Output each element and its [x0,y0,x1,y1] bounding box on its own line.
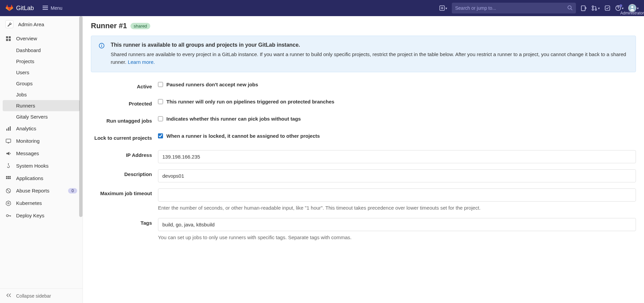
svg-point-7 [592,9,594,10]
shared-tag: shared [130,23,151,29]
label-untagged: Run untagged jobs [91,116,158,124]
help-tags: You can set up jobs to only use runners … [158,234,636,242]
label-tags: Tags [91,218,158,226]
info-icon [99,43,105,66]
checkbox-active[interactable] [158,82,163,87]
overview-icon [5,36,11,41]
sidebar-item-users[interactable]: Users [0,67,83,78]
sidebar-item-label: Overview [16,36,37,41]
sidebar-deploy-keys[interactable]: Deploy Keys [0,209,83,222]
svg-rect-25 [6,178,7,179]
analytics-icon [5,126,11,131]
svg-rect-16 [9,39,11,41]
form-row-locked: Lock to current projects When a runner i… [91,133,636,141]
sidebar-item-label: Kubernetes [16,200,42,206]
sidebar-item-jobs[interactable]: Jobs [0,89,83,100]
new-button[interactable]: ▾ [439,5,447,11]
info-body: This runner is available to all groups a… [111,42,628,66]
checkbox-untagged[interactable] [158,116,163,121]
input-tags[interactable] [158,218,636,231]
sidebar-overview[interactable]: Overview [0,32,83,45]
chevron-down-icon: ▾ [622,6,624,10]
sidebar-item-gitaly[interactable]: Gitaly Servers [0,111,83,122]
abuse-icon [5,188,11,193]
sidebar-item-label: Deploy Keys [16,213,44,218]
svg-rect-5 [581,6,585,11]
page-title: Runner #1 [91,21,127,30]
sidebar-item-groups[interactable]: Groups [0,78,83,89]
issues-icon[interactable] [581,5,587,11]
help-timeout: Enter the number of seconds, or other hu… [158,204,636,212]
megaphone-icon [5,151,11,156]
menu-button[interactable]: Menu [40,3,65,13]
sidebar-kubernetes[interactable]: Kubernetes [0,197,83,209]
svg-rect-19 [10,126,11,131]
svg-rect-2 [43,9,48,10]
sidebar-item-dashboard[interactable]: Dashboard [0,45,83,56]
form-row-ip: IP Address [91,150,636,163]
sidebar: Admin Area Overview Dashboard Projects U… [0,16,83,303]
sidebar-abuse-reports[interactable]: Abuse Reports 0 [0,184,83,197]
form-row-description: Description [91,169,636,182]
input-timeout[interactable] [158,188,636,202]
input-description[interactable] [158,169,636,182]
form-row-protected: Protected This runner will only run on p… [91,99,636,106]
svg-rect-23 [8,176,9,177]
sidebar-messages[interactable]: Messages [0,147,83,160]
svg-point-21 [8,163,9,164]
svg-rect-26 [8,178,9,179]
sidebar-item-label: Applications [16,175,43,181]
svg-point-6 [592,6,594,7]
search-box[interactable] [452,3,576,13]
todos-icon[interactable] [604,5,610,11]
collapse-icon [6,293,11,299]
svg-rect-15 [6,39,8,41]
info-banner: This runner is available to all groups a… [91,36,636,72]
sidebar-item-projects[interactable]: Projects [0,56,83,67]
svg-rect-0 [43,6,48,6]
hint-untagged: Indicates whether this runner can pick j… [166,116,301,122]
chevron-down-icon: ▾ [445,6,447,10]
collapse-sidebar[interactable]: Collapse sidebar [0,288,83,303]
merge-requests-icon[interactable]: ▾ [591,5,600,11]
input-ip[interactable] [158,150,636,163]
learn-more-link[interactable]: Learn more. [128,59,155,65]
badge-count: 0 [68,188,77,193]
hint-active: Paused runners don't accept new jobs [166,82,258,87]
label-ip: IP Address [91,150,158,158]
svg-rect-1 [43,7,48,8]
search-input[interactable] [455,5,567,11]
sidebar-admin-area[interactable]: Admin Area [0,16,83,32]
checkbox-protected[interactable] [158,99,163,104]
sidebar-item-runners[interactable]: Runners [3,100,80,111]
info-text-body: Shared runners are available to every pr… [111,51,626,65]
svg-rect-27 [9,178,11,179]
chevron-down-icon: ▾ [637,6,639,10]
sidebar-analytics[interactable]: Analytics [0,122,83,135]
svg-rect-14 [9,36,11,38]
topbar-right: ▾ ▾ ▾ ▾ Administrator [439,3,639,13]
logo[interactable]: GitLab [5,4,34,13]
info-text: Shared runners are available to every pr… [111,51,628,66]
gitlab-logo-icon [5,4,13,13]
collapse-label: Collapse sidebar [16,293,51,299]
form-row-active: Active Paused runners don't accept new j… [91,82,636,89]
wrench-icon [5,20,13,28]
page-title-row: Runner #1 shared [91,21,636,30]
kubernetes-icon [5,201,11,206]
help-icon[interactable]: ▾ [615,5,624,11]
checkbox-locked[interactable] [158,133,163,138]
hamburger-icon [43,5,48,11]
svg-point-4 [568,6,571,9]
sidebar-monitoring[interactable]: Monitoring [0,135,83,147]
hook-icon [5,163,11,169]
form-row-timeout: Maximum job timeout Enter the number of … [91,188,636,212]
svg-rect-17 [6,129,7,131]
sidebar-applications[interactable]: Applications [0,172,83,184]
form-row-tags: Tags You can set up jobs to only use run… [91,218,636,242]
svg-marker-29 [6,201,11,206]
form-row-untagged: Run untagged jobs Indicates whether this… [91,116,636,124]
svg-point-30 [8,203,9,204]
search-icon [567,5,573,11]
sidebar-system-hooks[interactable]: System Hooks [0,160,83,172]
